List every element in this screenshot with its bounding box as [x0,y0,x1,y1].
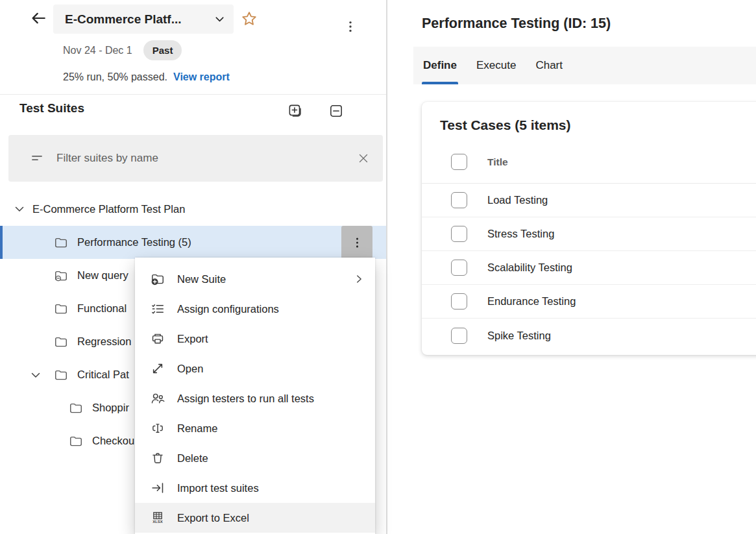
run-summary-text: 25% run, 50% passed. [63,71,167,83]
menu-item-export[interactable]: Export [135,324,375,354]
folder-icon [54,236,68,250]
chevron-down-icon[interactable] [13,202,26,215]
favorite-star-icon[interactable] [240,10,258,28]
chevron-down-icon [213,13,226,25]
table-row[interactable]: Endurance Testing [422,285,756,319]
collapse-all-button[interactable] [327,102,345,120]
tab-chart[interactable]: Chart [534,47,564,84]
table-row[interactable]: Stress Testing [422,217,756,251]
row-checkbox[interactable] [451,260,467,276]
trash-icon [151,451,165,465]
view-report-link[interactable]: View report [173,71,230,83]
clear-filter-icon[interactable] [357,152,370,165]
menu-item-new-suite[interactable]: New Suite [135,264,375,294]
row-checkbox[interactable] [451,293,467,309]
tab-define[interactable]: Define [422,47,458,84]
printer-icon [151,332,165,346]
test-cases-title: Test Cases (5 items) [422,102,756,141]
rename-icon [151,421,165,435]
test-suites-heading: Test Suites [19,101,84,115]
filter-suites-box [8,135,383,182]
table-row[interactable]: Spike Testing [422,319,756,352]
menu-item-delete[interactable]: Delete [135,443,375,473]
menu-item-rename[interactable]: Rename [135,413,375,443]
plan-name: E-Commerce Platf... [65,12,207,27]
plan-header: E-Commerce Platf... Nov 24 - Dec 1 Past … [0,0,386,95]
select-all-checkbox[interactable] [451,154,467,170]
table-header-row: Title [422,141,756,184]
plan-more-options-button[interactable] [342,17,359,36]
table-row[interactable]: Load Testing [422,184,756,217]
excel-icon: XLSX [151,511,165,525]
table-row[interactable]: Scalability Testing [422,251,756,285]
folder-icon [54,368,68,382]
menu-item-export-to-excel[interactable]: XLSX Export to Excel [135,503,375,533]
plan-selector-dropdown[interactable]: E-Commerce Platf... [53,5,234,34]
folder-icon [69,434,83,448]
folder-icon [69,401,83,415]
test-cases-card: Test Cases (5 items) Title Load Testing … [422,102,756,355]
folder-icon [54,302,68,316]
new-suite-icon [151,272,165,286]
menu-item-import-test-suites[interactable]: Import test suites [135,473,375,503]
folder-icon [54,335,68,349]
checklist-icon [151,302,165,316]
run-summary-row: 25% run, 50% passed. View report [63,69,230,85]
filter-suites-input[interactable] [55,151,346,165]
people-icon [151,391,165,406]
suite-context-menu: New Suite Assign configurations Export O… [135,258,375,534]
iteration-dates: Nov 24 - Dec 1 [63,45,132,56]
column-header-title: Title [487,156,508,168]
chevron-down-icon[interactable] [29,369,42,382]
row-checkbox[interactable] [451,192,467,208]
suite-detail-panel: Performance Testing (ID: 15) Define Exec… [389,0,756,534]
detail-tabs: Define Execute Chart [413,47,756,84]
plan-meta-row: Nov 24 - Dec 1 Past [63,40,182,60]
row-checkbox[interactable] [451,226,467,242]
svg-text:XLSX: XLSX [152,520,163,524]
tree-item-plan-root[interactable]: E-Commerce Platform Test Plan [0,192,386,226]
menu-item-assign-testers[interactable]: Assign testers to run all tests [135,383,375,413]
menu-item-open[interactable]: Open [135,354,375,383]
expand-all-button[interactable] [286,102,304,120]
tree-item-performance-testing[interactable]: Performance Testing (5) [0,226,386,259]
suite-title: Performance Testing (ID: 15) [422,16,611,32]
menu-item-assign-configurations[interactable]: Assign configurations [135,294,375,324]
tab-execute[interactable]: Execute [475,47,517,84]
suite-context-menu-button[interactable] [341,226,372,259]
open-diagonal-icon [151,361,165,376]
status-badge: Past [143,40,182,60]
row-checkbox[interactable] [451,328,467,344]
chevron-right-icon [353,273,365,285]
import-icon [151,481,165,495]
query-folder-icon [54,269,68,283]
filter-icon [30,151,44,165]
back-button[interactable] [29,8,48,28]
